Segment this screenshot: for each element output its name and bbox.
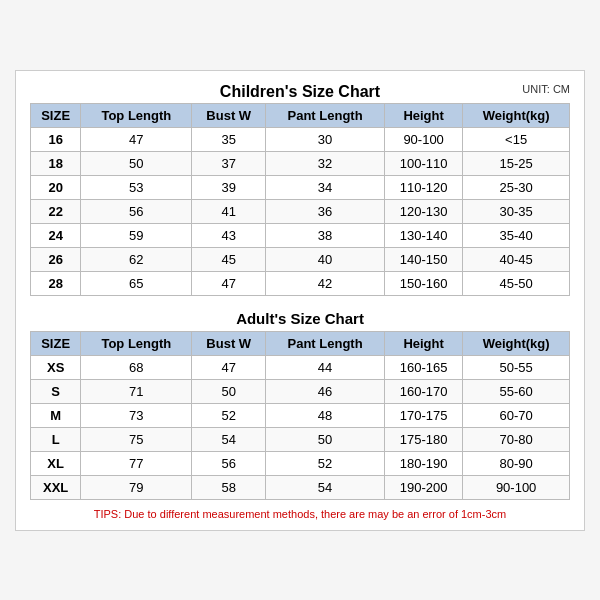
table-cell: 58 <box>192 475 266 499</box>
table-cell: 120-130 <box>385 199 463 223</box>
adult-section-title: Adult's Size Chart <box>30 304 570 331</box>
table-row: 26624540140-15040-45 <box>31 247 570 271</box>
children-section-title: Children's Size Chart UNIT: CM <box>30 83 570 101</box>
table-row: 20533934110-12025-30 <box>31 175 570 199</box>
table-cell: 48 <box>266 403 385 427</box>
unit-label: UNIT: CM <box>522 83 570 95</box>
table-cell: 150-160 <box>385 271 463 295</box>
table-row: S715046160-17055-60 <box>31 379 570 403</box>
table-cell: 54 <box>192 427 266 451</box>
table-cell: 90-100 <box>385 127 463 151</box>
table-cell: 53 <box>81 175 192 199</box>
table-cell: 56 <box>192 451 266 475</box>
table-cell: 55-60 <box>463 379 570 403</box>
table-cell: 26 <box>31 247 81 271</box>
adult-tbody: XS684744160-16550-55S715046160-17055-60M… <box>31 355 570 499</box>
children-table: SIZE Top Length Bust W Pant Length Heigh… <box>30 103 570 296</box>
adult-title-text: Adult's Size Chart <box>236 310 364 327</box>
col-pant-length-a: Pant Length <box>266 331 385 355</box>
col-top-length-c: Top Length <box>81 103 192 127</box>
tips-text: TIPS: Due to different measurement metho… <box>30 508 570 520</box>
table-cell: 65 <box>81 271 192 295</box>
col-size-c: SIZE <box>31 103 81 127</box>
table-cell: 43 <box>192 223 266 247</box>
table-cell: XXL <box>31 475 81 499</box>
table-cell: 180-190 <box>385 451 463 475</box>
table-cell: 20 <box>31 175 81 199</box>
table-row: 28654742150-16045-50 <box>31 271 570 295</box>
table-cell: 70-80 <box>463 427 570 451</box>
table-cell: 160-170 <box>385 379 463 403</box>
table-cell: XL <box>31 451 81 475</box>
table-row: XL775652180-19080-90 <box>31 451 570 475</box>
table-cell: 100-110 <box>385 151 463 175</box>
table-cell: 160-165 <box>385 355 463 379</box>
table-cell: S <box>31 379 81 403</box>
chart-container: Children's Size Chart UNIT: CM SIZE Top … <box>15 70 585 531</box>
col-height-a: Height <box>385 331 463 355</box>
table-cell: 62 <box>81 247 192 271</box>
table-cell: 37 <box>192 151 266 175</box>
col-bust-w-c: Bust W <box>192 103 266 127</box>
table-cell: 39 <box>192 175 266 199</box>
table-cell: 40 <box>266 247 385 271</box>
table-cell: 15-25 <box>463 151 570 175</box>
table-row: XS684744160-16550-55 <box>31 355 570 379</box>
table-row: XXL795854190-20090-100 <box>31 475 570 499</box>
table-cell: 59 <box>81 223 192 247</box>
table-cell: 46 <box>266 379 385 403</box>
table-row: M735248170-17560-70 <box>31 403 570 427</box>
adult-header-row: SIZE Top Length Bust W Pant Length Heigh… <box>31 331 570 355</box>
table-cell: L <box>31 427 81 451</box>
children-header-row: SIZE Top Length Bust W Pant Length Heigh… <box>31 103 570 127</box>
table-cell: 68 <box>81 355 192 379</box>
col-weight-a: Weight(kg) <box>463 331 570 355</box>
table-cell: 34 <box>266 175 385 199</box>
table-row: 24594338130-14035-40 <box>31 223 570 247</box>
table-cell: 52 <box>266 451 385 475</box>
col-weight-c: Weight(kg) <box>463 103 570 127</box>
adult-table: SIZE Top Length Bust W Pant Length Heigh… <box>30 331 570 500</box>
table-cell: 38 <box>266 223 385 247</box>
table-cell: 18 <box>31 151 81 175</box>
table-row: L755450175-18070-80 <box>31 427 570 451</box>
col-bust-w-a: Bust W <box>192 331 266 355</box>
table-cell: 175-180 <box>385 427 463 451</box>
table-cell: 47 <box>192 355 266 379</box>
table-cell: 35 <box>192 127 266 151</box>
table-cell: <15 <box>463 127 570 151</box>
col-size-a: SIZE <box>31 331 81 355</box>
table-cell: 25-30 <box>463 175 570 199</box>
table-cell: 42 <box>266 271 385 295</box>
table-cell: 90-100 <box>463 475 570 499</box>
table-cell: 40-45 <box>463 247 570 271</box>
table-cell: 79 <box>81 475 192 499</box>
table-cell: 50 <box>192 379 266 403</box>
table-row: 18503732100-11015-25 <box>31 151 570 175</box>
table-cell: 16 <box>31 127 81 151</box>
col-pant-length-c: Pant Length <box>266 103 385 127</box>
table-cell: M <box>31 403 81 427</box>
table-cell: 130-140 <box>385 223 463 247</box>
table-cell: 44 <box>266 355 385 379</box>
table-cell: 80-90 <box>463 451 570 475</box>
children-tbody: 1647353090-100<1518503732100-11015-25205… <box>31 127 570 295</box>
table-cell: 75 <box>81 427 192 451</box>
table-row: 22564136120-13030-35 <box>31 199 570 223</box>
table-cell: 30-35 <box>463 199 570 223</box>
table-cell: 50-55 <box>463 355 570 379</box>
table-cell: 24 <box>31 223 81 247</box>
table-cell: 54 <box>266 475 385 499</box>
table-cell: 32 <box>266 151 385 175</box>
table-cell: 140-150 <box>385 247 463 271</box>
table-cell: XS <box>31 355 81 379</box>
table-cell: 71 <box>81 379 192 403</box>
table-row: 1647353090-100<15 <box>31 127 570 151</box>
table-cell: 28 <box>31 271 81 295</box>
table-cell: 36 <box>266 199 385 223</box>
table-cell: 60-70 <box>463 403 570 427</box>
table-cell: 56 <box>81 199 192 223</box>
children-title-text: Children's Size Chart <box>220 83 380 100</box>
col-height-c: Height <box>385 103 463 127</box>
table-cell: 45 <box>192 247 266 271</box>
